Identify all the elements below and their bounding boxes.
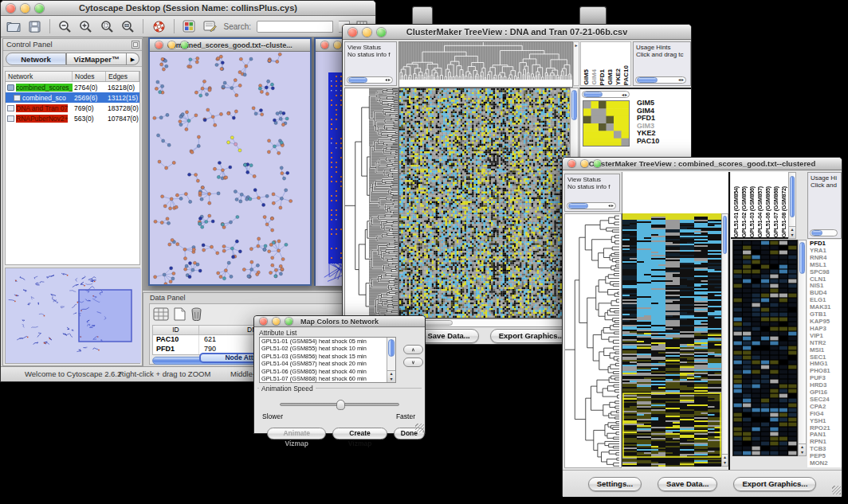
save-session-icon[interactable]: [26, 19, 41, 33]
column-label[interactable]: GPL51-07 (GSM868): [772, 186, 780, 237]
tab-overflow-icon[interactable]: ▶: [127, 53, 139, 65]
float-panel-icon[interactable]: [132, 41, 139, 49]
minimize-icon[interactable]: [21, 4, 29, 13]
close-icon[interactable]: [568, 160, 575, 167]
select-attributes-icon[interactable]: [153, 307, 169, 321]
column-label[interactable]: GPL51-06 (GSM865): [764, 186, 772, 237]
search-input[interactable]: [257, 21, 333, 33]
scroll-arrows-icon[interactable]: ◂▸: [622, 92, 628, 97]
treeview2-titlebar[interactable]: ClusterMaker TreeView : combined_scores_…: [563, 158, 842, 170]
usage-hints-scrollbar[interactable]: [810, 229, 838, 236]
close-icon[interactable]: [260, 318, 267, 325]
column-label[interactable]: GPL51-03 (GSM856): [748, 186, 756, 237]
gene-label[interactable]: PAC10: [637, 138, 690, 146]
scrollbar-thumb[interactable]: [583, 92, 603, 97]
new-attribute-icon[interactable]: [174, 307, 186, 321]
global-heatmap-vscrollbar[interactable]: ▴▾: [721, 213, 728, 467]
column-header-network[interactable]: Network: [6, 72, 73, 81]
zoom-window-icon[interactable]: [181, 41, 188, 49]
network-row[interactable]: combined_scores_ 2764(0) 16218(0): [6, 82, 139, 92]
minimize-icon[interactable]: [334, 41, 341, 49]
vizmapper-icon[interactable]: [182, 19, 197, 33]
attribute-item[interactable]: GPL51-03 (GSM856) heat shock 15 min: [260, 353, 395, 360]
zoom-fit-icon[interactable]: [120, 19, 135, 33]
attribute-item[interactable]: GPL51-06 (GSM865) heat shock 40 min: [260, 368, 395, 375]
main-titlebar[interactable]: Cytoscape Desktop (Session Name: collins…: [1, 1, 375, 16]
scroll-arrows-icon[interactable]: ▴▾: [387, 370, 395, 382]
treeview-button[interactable]: Export Graphics...: [490, 329, 573, 343]
attribute-item[interactable]: GPL51-02 (GSM855) heat shock 10 min: [260, 345, 395, 352]
scrollbar-thumb[interactable]: [799, 242, 805, 274]
close-icon[interactable]: [155, 41, 163, 49]
zoom-heatmap-canvas[interactable]: [583, 100, 630, 147]
scrollbar-thumb[interactable]: [723, 216, 727, 254]
view-status-scrollbar[interactable]: ◂▸: [567, 202, 616, 209]
usage-hints-scrollbar[interactable]: ◂▸: [635, 76, 686, 84]
zoom-window-icon[interactable]: [594, 160, 601, 167]
column-label[interactable]: YKE2: [614, 68, 622, 85]
move-up-button[interactable]: ∧: [403, 345, 423, 354]
close-icon[interactable]: [6, 4, 15, 13]
column-label[interactable]: PAC10: [622, 65, 630, 85]
dialog-button[interactable]: Animate Vizmap: [267, 428, 326, 440]
treeview-button[interactable]: Save Data...: [418, 329, 478, 343]
scroll-arrows-icon[interactable]: ▴▾: [799, 443, 806, 455]
dialog-titlebar[interactable]: Map Colors to Network: [254, 316, 425, 327]
treeview-button[interactable]: Save Data...: [658, 477, 717, 491]
column-label[interactable]: GPL51-04 (GSM857): [756, 186, 764, 237]
animation-speed-slider[interactable]: [280, 403, 399, 406]
treeview-button[interactable]: Settings...: [588, 477, 642, 491]
attribute-item[interactable]: GPL51-04 (GSM857) heat shock 20 min: [260, 360, 395, 367]
close-icon[interactable]: [321, 41, 328, 49]
scrollbar-thumb[interactable]: [568, 203, 588, 209]
network-row[interactable]: combined_sco 2569(6) 13112(15): [6, 92, 139, 103]
minimize-icon[interactable]: [581, 160, 588, 167]
slider-thumb[interactable]: [336, 400, 345, 410]
column-header-nodes[interactable]: Nodes: [73, 72, 106, 81]
resize-grip[interactable]: [832, 486, 841, 494]
close-icon[interactable]: [348, 28, 357, 37]
global-heatmap-canvas[interactable]: [622, 213, 721, 467]
scroll-arrows-icon[interactable]: ◂▸: [608, 202, 614, 209]
zoom-heatmap-canvas[interactable]: [732, 240, 798, 456]
scrollbar-thumb[interactable]: [571, 90, 577, 120]
birdseye-canvas[interactable]: [6, 268, 141, 363]
delete-attribute-icon[interactable]: [190, 307, 202, 321]
attribute-item[interactable]: GPL51-01 (GSM854) heat shock 05 min: [260, 338, 395, 345]
scrollbar-thumb[interactable]: [637, 77, 658, 83]
zoom-heatmap-vscrollbar[interactable]: ▴▾: [798, 240, 807, 456]
help-lifering-icon[interactable]: [151, 19, 166, 33]
scrollbar-thumb[interactable]: [388, 339, 395, 357]
treeview1-titlebar[interactable]: ClusterMaker TreeView : DNA and Tran 07-…: [343, 25, 691, 40]
move-down-button[interactable]: ∨: [403, 357, 423, 367]
annotation-icon[interactable]: [202, 19, 218, 33]
column-label[interactable]: GPL51-01 (GSM854): [732, 186, 740, 237]
resize-grip[interactable]: [415, 424, 424, 432]
column-header-id[interactable]: ID: [153, 326, 199, 334]
column-label[interactable]: GPL51-02 (GSM855): [740, 186, 748, 237]
column-label[interactable]: GIM3: [607, 69, 614, 85]
column-scroll-arrow[interactable]: ▸: [573, 41, 579, 86]
scroll-arrows-icon[interactable]: ◂▸: [678, 76, 685, 84]
minimize-icon[interactable]: [363, 28, 371, 37]
zoom-view-scrollbar[interactable]: ◂▸: [582, 91, 630, 98]
network-canvas[interactable]: [150, 52, 308, 284]
scroll-arrows-icon[interactable]: ◂▸: [385, 76, 391, 84]
network-table-header[interactable]: Network Nodes Edges: [6, 72, 139, 82]
column-label[interactable]: PFD1: [599, 69, 607, 85]
column-label[interactable]: GIM4: [591, 69, 599, 85]
row-dendrogram-canvas[interactable]: [344, 88, 398, 318]
gene-label[interactable]: MON2: [810, 460, 842, 467]
view-status-scrollbar[interactable]: ◂▸: [347, 76, 393, 84]
row-dendrogram-canvas[interactable]: [564, 213, 622, 468]
treeview-button[interactable]: Export Graphics...: [733, 477, 816, 491]
scrollbar-thumb[interactable]: [790, 176, 795, 217]
zoom-window-icon[interactable]: [285, 318, 292, 325]
column-label[interactable]: GIM5: [583, 69, 591, 85]
scroll-arrows-icon[interactable]: ▴▾: [722, 454, 728, 466]
column-label[interactable]: GPL51-08 (GSM872): [780, 186, 788, 237]
minimize-icon[interactable]: [168, 41, 175, 49]
network-row[interactable]: DNA and Tran 07 769(0) 183728(0): [6, 103, 139, 113]
tab-vizmapper[interactable]: VizMapper™: [66, 53, 127, 65]
zoom-in-icon[interactable]: [78, 19, 93, 33]
